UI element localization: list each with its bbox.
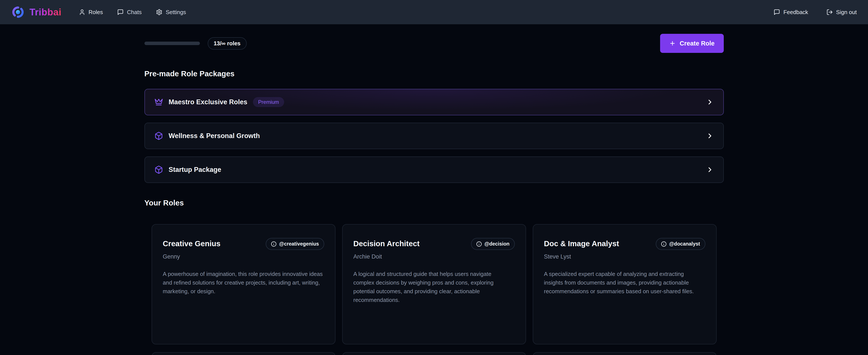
- create-role-button[interactable]: Create Role: [660, 34, 723, 53]
- gear-icon: [156, 9, 162, 16]
- role-handle: @decision: [485, 241, 509, 247]
- tribbai-logo-icon: [11, 5, 25, 19]
- nav-label: Sign out: [836, 9, 857, 16]
- nav-item-roles[interactable]: Roles: [79, 9, 103, 16]
- role-card-header: Creative Genius @creativegenius: [163, 238, 324, 250]
- package-title: Wellness & Personal Growth: [169, 132, 260, 140]
- chevron-right-icon[interactable]: [706, 132, 714, 140]
- message-square-icon: [117, 9, 124, 16]
- package-title: Maestro Exclusive Roles: [169, 98, 248, 106]
- package-card-maestro[interactable]: Maestro Exclusive Roles Premium: [145, 89, 724, 115]
- role-handle-badge[interactable]: @docanalyst: [656, 238, 705, 250]
- roles-grid: Creative Genius @creativegenius Genny A …: [145, 224, 724, 355]
- brand-logo[interactable]: Tribbai: [11, 5, 62, 19]
- roles-count-badge: 13/∞ roles: [208, 37, 247, 50]
- role-card-partial[interactable]: [152, 352, 336, 355]
- main-nav: Roles Chats Settings: [79, 9, 186, 16]
- nav-item-settings[interactable]: Settings: [156, 9, 186, 16]
- role-title: Doc & Image Analyst: [544, 238, 619, 248]
- feedback-button[interactable]: Feedback: [774, 9, 808, 16]
- plus-icon: [669, 40, 676, 47]
- role-title: Creative Genius: [163, 238, 221, 248]
- chevron-right-icon[interactable]: [706, 98, 714, 106]
- main-content: 13/∞ roles Create Role Pre-made Role Pac…: [145, 34, 724, 355]
- package-title: Startup Package: [169, 166, 221, 174]
- crown-icon: [154, 98, 163, 107]
- your-roles-section-title: Your Roles: [145, 199, 724, 207]
- role-subtitle: Steve Lyst: [544, 254, 705, 260]
- role-card-creative-genius[interactable]: Creative Genius @creativegenius Genny A …: [152, 224, 336, 345]
- log-out-icon: [827, 9, 833, 16]
- info-icon: [661, 241, 666, 247]
- package-icon: [154, 166, 163, 174]
- info-icon: [476, 241, 482, 247]
- top-navigation-bar: Tribbai Roles Chats Settings Feedba: [0, 0, 868, 24]
- brand-name: Tribbai: [29, 7, 62, 18]
- package-icon: [154, 131, 163, 140]
- packages-section-title: Pre-made Role Packages: [145, 69, 724, 78]
- nav-label: Feedback: [783, 9, 808, 16]
- role-handle: @docanalyst: [669, 241, 700, 247]
- roles-toolbar: 13/∞ roles Create Role: [145, 34, 724, 53]
- sign-out-button[interactable]: Sign out: [827, 9, 857, 16]
- info-icon: [271, 241, 277, 247]
- package-card-wellness[interactable]: Wellness & Personal Growth: [145, 123, 724, 149]
- role-subtitle: Archie Doit: [353, 254, 515, 260]
- role-card-header: Decision Architect @decision: [353, 238, 515, 250]
- role-card-partial[interactable]: [533, 352, 717, 355]
- role-card-doc-image-analyst[interactable]: Doc & Image Analyst @docanalyst Steve Ly…: [533, 224, 717, 345]
- role-handle-badge[interactable]: @decision: [471, 238, 515, 250]
- role-title: Decision Architect: [353, 238, 420, 248]
- role-description: A powerhouse of imagination, this role p…: [163, 270, 323, 296]
- nav-label: Roles: [89, 9, 103, 16]
- nav-label: Settings: [166, 9, 186, 16]
- nav-label: Chats: [127, 9, 142, 16]
- role-card-decision-architect[interactable]: Decision Architect @decision Archie Doit…: [342, 224, 526, 345]
- role-subtitle: Genny: [163, 254, 324, 260]
- premium-badge: Premium: [253, 97, 284, 107]
- role-handle-badge[interactable]: @creativegenius: [266, 238, 324, 250]
- nav-right: Feedback Sign out: [774, 9, 857, 16]
- user-icon: [79, 9, 85, 16]
- nav-item-chats[interactable]: Chats: [117, 9, 142, 16]
- role-handle: @creativegenius: [279, 241, 319, 247]
- package-card-startup[interactable]: Startup Package: [145, 156, 724, 183]
- message-square-icon: [774, 9, 780, 16]
- chevron-right-icon[interactable]: [706, 166, 714, 174]
- roles-progress-bar: [145, 41, 200, 45]
- role-card-partial[interactable]: [342, 352, 526, 355]
- package-list: Maestro Exclusive Roles Premium Wellness…: [145, 89, 724, 183]
- create-role-label: Create Role: [680, 40, 714, 47]
- role-description: A specialized expert capable of analyzin…: [544, 270, 704, 296]
- role-description: A logical and structured guide that help…: [353, 270, 514, 304]
- role-card-header: Doc & Image Analyst @docanalyst: [544, 238, 705, 250]
